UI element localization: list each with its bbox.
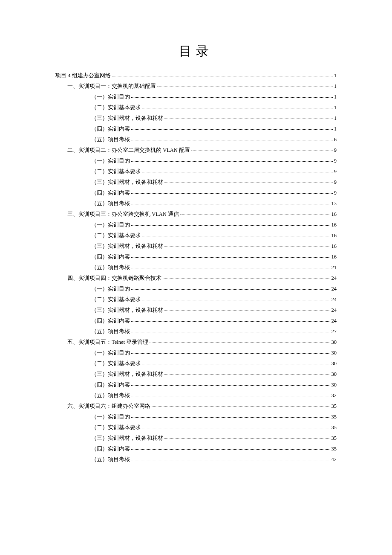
toc-entry: （三）实训器材，设备和耗材9 — [55, 180, 337, 185]
toc-entry-label: （四）实训内容 — [91, 318, 130, 324]
toc-entry-page: 9 — [334, 158, 337, 164]
toc-entry-leader — [142, 300, 330, 300]
toc-entry-page: 42 — [331, 457, 337, 462]
toc-entry-label: （一）实训目的 — [91, 286, 130, 292]
toc-entry-label: （一）实训目的 — [91, 350, 130, 356]
toc-entry-label: （四）实训内容 — [91, 190, 130, 196]
toc-entry-label: 项目 4 组建办公室网络 — [55, 73, 111, 78]
toc-entry-page: 16 — [331, 244, 337, 249]
toc-entry: 项目 4 组建办公室网络1 — [55, 73, 337, 78]
toc-entry: （五）项目考核27 — [55, 329, 337, 334]
toc-entry-leader — [164, 247, 330, 247]
toc-entry-leader — [131, 140, 333, 140]
toc-entry-leader — [112, 76, 333, 76]
toc-entry-label: （三）实训器材，设备和耗材 — [91, 436, 163, 441]
toc-entry-label: （一）实训目的 — [91, 94, 130, 100]
toc-entry-label: （一）实训目的 — [91, 414, 130, 420]
toc-entry-page: 24 — [331, 297, 337, 302]
toc-entry: （二）实训基本要求24 — [55, 297, 337, 302]
toc-entry-page: 27 — [331, 329, 337, 334]
toc-entry: （一）实训目的24 — [55, 286, 337, 292]
toc-entry-label: （三）实训器材，设备和耗材 — [91, 244, 163, 249]
toc-entry: （四）实训内容1 — [55, 126, 337, 132]
toc-entry-leader — [131, 204, 330, 204]
toc-entry: （四）实训内容30 — [55, 382, 337, 388]
toc-entry-page: 21 — [331, 265, 337, 270]
page-title: 目录 — [55, 43, 337, 60]
toc-entry-label: （二）实训基本要求 — [91, 233, 141, 238]
toc-entry-leader — [142, 108, 333, 108]
toc-entry: （三）实训器材，设备和耗材30 — [55, 372, 337, 377]
toc-entry-leader — [142, 236, 330, 236]
toc-entry-leader — [131, 289, 330, 290]
toc-entry: （二）实训基本要求1 — [55, 105, 337, 110]
toc-entry-page: 6 — [334, 137, 337, 142]
toc-entry-leader — [142, 364, 330, 364]
toc-entry-page: 35 — [331, 425, 337, 430]
toc-entry-label: （三）实训器材，设备和耗材 — [91, 372, 163, 377]
toc-entry-leader — [131, 353, 330, 354]
toc-entry-label: （五）项目考核 — [91, 329, 130, 334]
toc-entry-page: 16 — [331, 233, 337, 238]
toc-entry-label: （五）项目考核 — [91, 201, 130, 206]
toc-entry-label: （一）实训目的 — [91, 222, 130, 228]
toc-entry-leader — [131, 225, 330, 226]
toc-entry-page: 1 — [334, 73, 337, 78]
toc-entry-label: （三）实训器材，设备和耗材 — [91, 308, 163, 313]
toc-entry-page: 24 — [331, 308, 337, 313]
toc-entry: （一）实训目的9 — [55, 158, 337, 164]
toc-entry-page: 32 — [331, 393, 337, 398]
toc-entry-label: 四、实训项目四：交换机链路聚合技术 — [67, 276, 161, 281]
toc-entry-leader — [131, 257, 330, 258]
toc-entry: （四）实训内容24 — [55, 318, 337, 324]
toc-entry-leader — [157, 87, 333, 87]
toc-entry-label: （一）实训目的 — [91, 158, 130, 164]
toc-entry-page: 16 — [331, 222, 337, 228]
toc-entry-leader — [131, 97, 333, 98]
toc-entry-page: 30 — [331, 382, 337, 388]
toc-entry-label: （四）实训内容 — [91, 446, 130, 452]
toc-entry-page: 1 — [334, 105, 337, 110]
toc-entry-page: 35 — [331, 446, 337, 452]
toc-entry: 四、实训项目四：交换机链路聚合技术24 — [55, 276, 337, 281]
toc-entry-label: （四）实训内容 — [91, 382, 130, 388]
toc-entry-page: 30 — [331, 340, 337, 345]
toc-entry-leader — [150, 343, 330, 343]
toc-entry-page: 30 — [331, 350, 337, 356]
toc-entry-leader — [131, 161, 333, 162]
toc-entry-leader — [131, 129, 333, 130]
toc-entry-page: 1 — [334, 94, 337, 100]
toc-entry: （四）实训内容9 — [55, 190, 337, 196]
toc-entry-label: 五、实训项目五：Telnet 登录管理 — [67, 340, 148, 345]
toc-entry-label: （四）实训内容 — [91, 254, 130, 260]
toc-entry: 二、实训项目二：办公室二层交换机的 VLAN 配置9 — [55, 148, 337, 153]
toc-entry: 五、实训项目五：Telnet 登录管理30 — [55, 340, 337, 345]
toc-entry-label: （二）实训基本要求 — [91, 361, 141, 366]
toc-entry-leader — [131, 332, 330, 332]
toc-entry-page: 13 — [331, 201, 337, 206]
toc-entry-leader — [131, 396, 330, 396]
toc-entry-label: （五）项目考核 — [91, 393, 130, 398]
toc-entry-page: 9 — [334, 180, 337, 185]
toc-entry-leader — [164, 311, 330, 311]
toc-entry: （四）实训内容35 — [55, 446, 337, 452]
toc-entry-leader — [142, 172, 333, 172]
toc-entry-page: 1 — [334, 126, 337, 132]
toc-entry-leader — [142, 428, 330, 428]
toc-entry-leader — [131, 321, 330, 322]
toc-entry: （一）实训目的35 — [55, 414, 337, 420]
toc-entry-page: 16 — [331, 254, 337, 260]
toc-entry: （二）实训基本要求30 — [55, 361, 337, 366]
toc-entry-label: 三、实训项目三：办公室跨交换机 VLAN 通信 — [67, 212, 179, 217]
toc-entry-leader — [163, 279, 330, 279]
toc-entry-leader — [131, 385, 330, 386]
toc-entry-label: （五）项目考核 — [91, 457, 130, 462]
toc-entry-page: 9 — [334, 169, 337, 174]
toc-entry-page: 35 — [331, 414, 337, 420]
toc-entry-leader — [164, 119, 333, 119]
toc-entry-page: 9 — [334, 190, 337, 196]
toc-entry-page: 30 — [331, 372, 337, 377]
toc-entry-label: （五）项目考核 — [91, 137, 130, 142]
toc-entry-page: 35 — [331, 436, 337, 441]
toc-entry-label: （二）实训基本要求 — [91, 105, 141, 110]
